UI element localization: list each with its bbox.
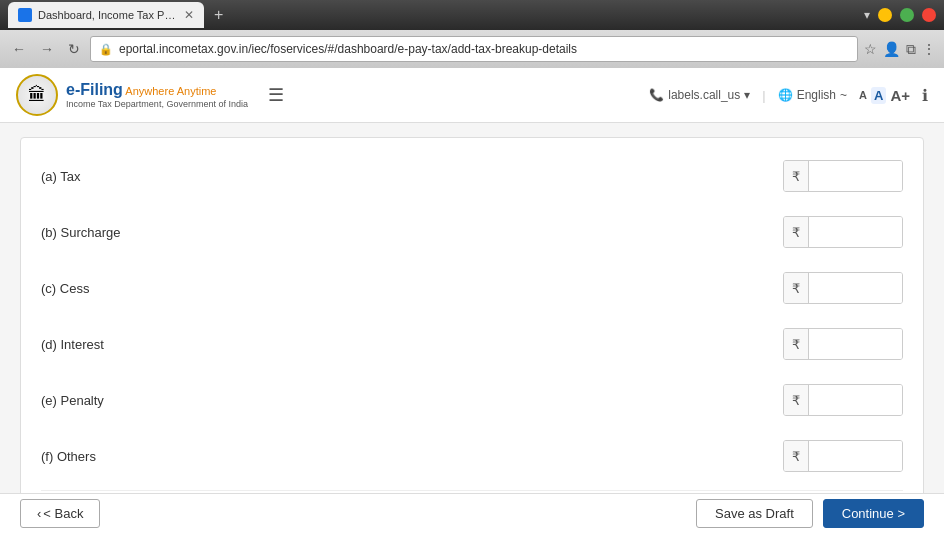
back-chevron-icon: ‹ (37, 506, 41, 521)
tab-favicon (18, 8, 32, 22)
interest-label: (d) Interest (41, 337, 783, 352)
surcharge-label: (b) Surcharge (41, 225, 783, 240)
forward-nav-button[interactable]: → (36, 37, 58, 61)
extensions-icon[interactable]: ⧉ (906, 41, 916, 58)
back-label: < Back (43, 506, 83, 521)
tax-row: (a) Tax ₹ (41, 154, 903, 198)
form-card: (a) Tax ₹ (b) Surcharge ₹ (c) Cess ₹ (d) (20, 137, 924, 493)
others-currency-symbol: ₹ (784, 441, 809, 471)
logo-subtitle: Income Tax Department, Government of Ind… (66, 99, 248, 109)
close-button[interactable] (922, 8, 936, 22)
cess-row: (c) Cess ₹ (41, 266, 903, 310)
logo-text: e-Filing Anywhere Anytime Income Tax Dep… (66, 81, 248, 109)
call-us-button[interactable]: 📞 labels.call_us ▾ (649, 88, 750, 102)
penalty-label: (e) Penalty (41, 393, 783, 408)
hamburger-menu-button[interactable]: ☰ (268, 84, 284, 106)
bookmark-icon[interactable]: ☆ (864, 41, 877, 57)
info-button[interactable]: ℹ (922, 86, 928, 105)
efiling-orange-label: Anywhere Anytime (123, 85, 217, 97)
language-label: English (797, 88, 836, 102)
efiling-blue-label: e-Filing (66, 81, 123, 98)
penalty-row: (e) Penalty ₹ (41, 378, 903, 422)
tax-field[interactable]: ₹ (783, 160, 903, 192)
font-small-button[interactable]: A (859, 89, 867, 101)
tax-input[interactable] (809, 161, 903, 191)
tax-label: (a) Tax (41, 169, 783, 184)
back-nav-button[interactable]: ← (8, 37, 30, 61)
interest-input[interactable] (809, 329, 903, 359)
others-input[interactable] (809, 441, 903, 471)
continue-label: Continue > (842, 506, 905, 521)
menu-icon[interactable]: ⋮ (922, 41, 936, 57)
surcharge-input[interactable] (809, 217, 903, 247)
minimize-button[interactable] (878, 8, 892, 22)
phone-icon: 📞 (649, 88, 664, 102)
logo-emblem: 🏛 (16, 74, 58, 116)
interest-row: (d) Interest ₹ (41, 322, 903, 366)
footer-right: Save as Draft Continue > (696, 499, 924, 528)
logo-area: 🏛 e-Filing Anywhere Anytime Income Tax D… (16, 74, 248, 116)
call-us-chevron: ▾ (744, 88, 750, 102)
footer: ‹ < Back Save as Draft Continue > (0, 493, 944, 533)
font-medium-button[interactable]: A (871, 87, 886, 104)
chevron-down-icon[interactable]: ▾ (864, 8, 870, 22)
others-label: (f) Others (41, 449, 783, 464)
browser-tab[interactable]: Dashboard, Income Tax Portal, G... ✕ (8, 2, 204, 28)
globe-icon: 🌐 (778, 88, 793, 102)
cess-label: (c) Cess (41, 281, 783, 296)
maximize-button[interactable] (900, 8, 914, 22)
lock-icon: 🔒 (99, 43, 113, 56)
tab-title: Dashboard, Income Tax Portal, G... (38, 9, 178, 21)
app-header: 🏛 e-Filing Anywhere Anytime Income Tax D… (0, 68, 944, 123)
font-large-button[interactable]: A+ (890, 87, 910, 104)
profile-icon[interactable]: 👤 (883, 41, 900, 57)
cess-input[interactable] (809, 273, 903, 303)
tax-currency-symbol: ₹ (784, 161, 809, 191)
browser-nav: ← → ↻ 🔒 eportal.incometax.gov.in/iec/fos… (0, 30, 944, 68)
penalty-currency-symbol: ₹ (784, 385, 809, 415)
others-field[interactable]: ₹ (783, 440, 903, 472)
language-chevron: ~ (840, 88, 847, 102)
reload-button[interactable]: ↻ (64, 37, 84, 61)
call-us-label: labels.call_us (668, 88, 740, 102)
font-size-controls: A A A+ (859, 87, 910, 104)
cess-currency-symbol: ₹ (784, 273, 809, 303)
save-draft-button[interactable]: Save as Draft (696, 499, 813, 528)
main-content: (a) Tax ₹ (b) Surcharge ₹ (c) Cess ₹ (d) (0, 123, 944, 493)
browser-title-bar: Dashboard, Income Tax Portal, G... ✕ + ▾ (0, 0, 944, 30)
penalty-field[interactable]: ₹ (783, 384, 903, 416)
header-right: 📞 labels.call_us ▾ | 🌐 English ~ A A A+ … (649, 86, 928, 105)
surcharge-row: (b) Surcharge ₹ (41, 210, 903, 254)
address-bar[interactable]: 🔒 eportal.incometax.gov.in/iec/foservice… (90, 36, 858, 62)
efiling-brand: e-Filing Anywhere Anytime (66, 81, 248, 99)
surcharge-currency-symbol: ₹ (784, 217, 809, 247)
interest-currency-symbol: ₹ (784, 329, 809, 359)
interest-field[interactable]: ₹ (783, 328, 903, 360)
header-divider: | (762, 88, 765, 103)
tab-close-button[interactable]: ✕ (184, 8, 194, 22)
penalty-input[interactable] (809, 385, 903, 415)
new-tab-button[interactable]: + (214, 6, 223, 24)
others-row: (f) Others ₹ (41, 434, 903, 478)
back-button[interactable]: ‹ < Back (20, 499, 100, 528)
cess-field[interactable]: ₹ (783, 272, 903, 304)
continue-button[interactable]: Continue > (823, 499, 924, 528)
title-bar-controls: ▾ (864, 8, 936, 22)
surcharge-field[interactable]: ₹ (783, 216, 903, 248)
nav-icons: ☆ 👤 ⧉ ⋮ (864, 41, 936, 58)
language-selector[interactable]: 🌐 English ~ (778, 88, 847, 102)
address-text: eportal.incometax.gov.in/iec/foservices/… (119, 42, 849, 56)
